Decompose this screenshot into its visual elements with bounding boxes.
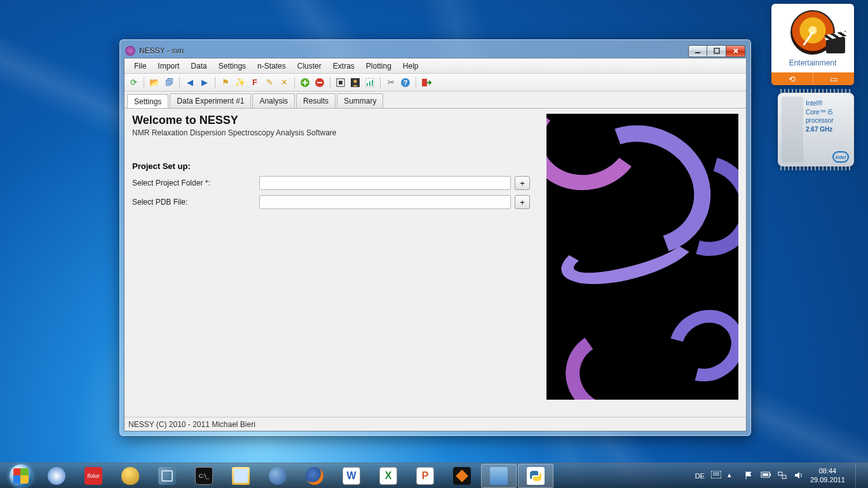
exit-icon[interactable] <box>420 76 433 89</box>
protein-structure-image <box>546 114 738 400</box>
taskbar-origin[interactable] <box>444 464 480 488</box>
stop-square-icon[interactable] <box>334 76 347 89</box>
taskbar-app1[interactable] <box>481 464 517 488</box>
wand-icon[interactable]: ✨ <box>234 76 247 89</box>
menu-plotting[interactable]: Plotting <box>360 60 397 72</box>
svg-point-8 <box>354 79 357 83</box>
settings-panel: Welcome to NESSY NMR Relaxation Dispersi… <box>132 114 534 412</box>
show-desktop-button[interactable] <box>855 463 862 489</box>
svg-rect-18 <box>713 475 719 475</box>
svg-text:?: ? <box>403 79 408 86</box>
refresh-icon[interactable]: ⟳ <box>127 76 140 89</box>
add-plus-icon[interactable] <box>299 76 311 89</box>
svg-rect-17 <box>713 473 719 473</box>
project-folder-label: Select Project Folder *: <box>132 179 259 187</box>
gadget-entertainment-bar: ⟲ ▭ <box>771 72 854 85</box>
tab-results[interactable]: Results <box>296 93 336 108</box>
taskbar-virtualbox[interactable] <box>149 464 185 488</box>
svg-rect-6 <box>339 81 342 85</box>
user-icon[interactable] <box>349 76 362 89</box>
statusbar-text: NESSY (C) 2010 - 2011 Michael Bieri <box>128 420 255 429</box>
menu-extras[interactable]: Extras <box>327 60 360 72</box>
chart-icon[interactable] <box>363 76 376 89</box>
delete-x-icon[interactable]: ✕ <box>278 76 290 89</box>
tray-battery-icon[interactable] <box>761 471 771 481</box>
window-title: NESSY - svn <box>139 46 184 55</box>
remove-stop-icon[interactable] <box>313 76 326 89</box>
minimize-button[interactable] <box>688 45 707 57</box>
cpu-frequency: 2.67 GHz <box>806 125 849 134</box>
open-folder-icon[interactable]: 📂 <box>148 76 161 89</box>
taskbar-firefox[interactable] <box>297 464 332 488</box>
flag-yellow-icon[interactable]: ⚑ <box>219 76 232 89</box>
menu-help[interactable]: Help <box>397 60 424 72</box>
letter-f-icon[interactable]: F <box>248 76 261 89</box>
svg-rect-20 <box>770 473 771 476</box>
tray-clock[interactable]: 08:44 29.09.2011 <box>810 467 845 485</box>
gadget-entertainment[interactable]: Entertainment ⟲ ▭ <box>771 4 854 85</box>
tray-chevron-icon[interactable]: ▴ <box>728 471 738 481</box>
save-all-icon[interactable]: 🗐 <box>163 76 175 89</box>
taskbar-terminal[interactable]: C:\_ <box>186 464 222 488</box>
svg-rect-10 <box>367 83 368 86</box>
system-tray: DE ▴ 08:44 29.09.2011 <box>695 463 864 489</box>
tab-analysis[interactable]: Analysis <box>252 93 295 108</box>
close-button[interactable] <box>726 45 745 57</box>
taskbar-explorer[interactable] <box>223 464 259 488</box>
client-area: File Import Data Settings n-States Clust… <box>124 58 747 431</box>
toolbar: ⟳ 📂 🗐 ◀ ▶ ⚑ ✨ F ✎ ✕ ✂ ? <box>125 74 746 92</box>
tray-language[interactable]: DE <box>695 472 705 480</box>
tab-summary[interactable]: Summary <box>337 93 383 108</box>
gadget-cpu[interactable]: Intel® Core™ i5 processor 2.67 GHz intel <box>778 93 854 166</box>
menu-nstates[interactable]: n-States <box>252 60 292 72</box>
svg-rect-12 <box>372 80 373 86</box>
tray-volume-icon[interactable] <box>794 471 804 481</box>
svg-rect-22 <box>778 472 782 475</box>
svg-rect-23 <box>782 475 786 478</box>
taskbar-excel[interactable]: X <box>370 464 406 488</box>
tab-settings[interactable]: Settings <box>127 94 168 109</box>
help-circle-icon[interactable]: ? <box>399 76 412 89</box>
tray-keyboard-icon[interactable] <box>711 471 721 481</box>
taskbar-word[interactable]: W <box>334 464 369 488</box>
menu-data[interactable]: Data <box>185 60 212 72</box>
gadget-entertainment-graphic <box>778 8 848 57</box>
pdb-file-input[interactable] <box>259 195 511 209</box>
svg-rect-21 <box>763 473 768 476</box>
project-folder-row: Select Project Folder *: + <box>132 176 534 190</box>
menu-settings[interactable]: Settings <box>213 60 252 72</box>
svg-rect-4 <box>317 82 322 83</box>
nav-back-icon[interactable]: ◀ <box>184 76 196 89</box>
gadget-prev-button[interactable]: ⟲ <box>771 72 813 85</box>
menu-file[interactable]: File <box>128 60 152 72</box>
taskbar-ifolor[interactable]: ifolor <box>76 464 111 488</box>
tabstrip: Settings Data Experiment #1 Analysis Res… <box>125 92 746 108</box>
menu-cluster[interactable]: Cluster <box>292 60 327 72</box>
taskbar-lamp[interactable] <box>112 464 148 488</box>
project-folder-input[interactable] <box>259 176 511 190</box>
gadget-next-button[interactable]: ▭ <box>813 72 855 85</box>
tools-icon[interactable]: ✂ <box>384 76 397 89</box>
pencil-icon[interactable]: ✎ <box>263 76 276 89</box>
tab-data-experiment-1[interactable]: Data Experiment #1 <box>170 93 251 108</box>
window-controls <box>688 45 745 57</box>
cpu-line2: Core™ i5 <box>806 108 849 117</box>
project-folder-browse-button[interactable]: + <box>515 176 530 190</box>
cpu-line3: processor <box>806 116 849 125</box>
taskbar-python[interactable] <box>518 464 553 488</box>
taskbar-itunes[interactable] <box>39 464 74 488</box>
taskbar: ifolor C:\_ W X P DE ▴ 08:44 29.09.2011 <box>0 463 868 488</box>
taskbar-thunderbird[interactable] <box>260 464 295 488</box>
maximize-button[interactable] <box>707 45 726 57</box>
taskbar-powerpoint[interactable]: P <box>407 464 443 488</box>
start-button[interactable] <box>4 463 38 489</box>
menu-import[interactable]: Import <box>152 60 185 72</box>
pdb-file-browse-button[interactable]: + <box>515 195 530 209</box>
titlebar[interactable]: NESSY - svn <box>124 44 747 58</box>
gadget-entertainment-label: Entertainment <box>789 58 837 67</box>
welcome-subtitle: NMR Relaxation Dispersion Spectroscopy A… <box>132 128 534 137</box>
nav-forward-icon[interactable]: ▶ <box>198 76 211 89</box>
tray-flag-icon[interactable] <box>744 471 754 481</box>
tray-network-icon[interactable] <box>777 471 787 481</box>
menubar: File Import Data Settings n-States Clust… <box>125 58 746 74</box>
